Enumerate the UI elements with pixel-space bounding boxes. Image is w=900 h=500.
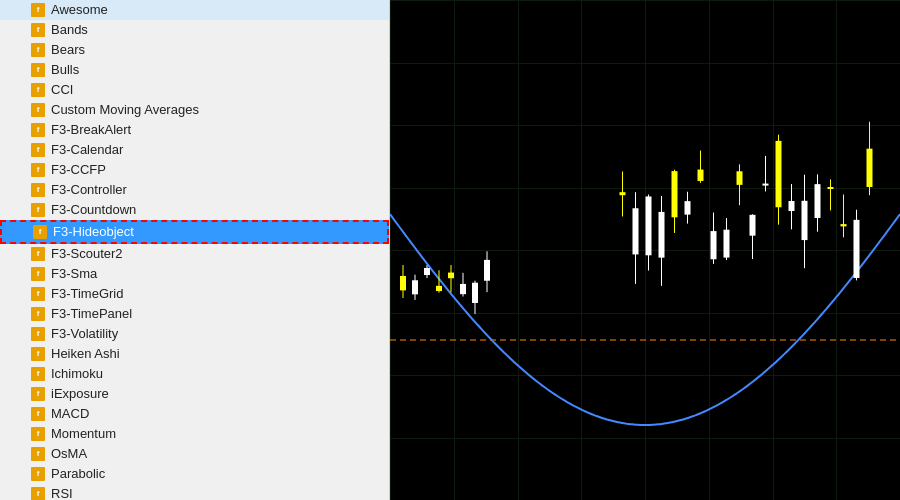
list-item[interactable]: fIchimoku bbox=[0, 364, 389, 384]
list-item-label: F3-BreakAlert bbox=[51, 121, 131, 139]
indicator-icon: f bbox=[30, 246, 46, 262]
indicator-icon: f bbox=[30, 82, 46, 98]
list-item[interactable]: fF3-Countdown bbox=[0, 200, 389, 220]
indicator-icon: f bbox=[30, 2, 46, 18]
list-item-label: Awesome bbox=[51, 1, 108, 19]
list-item-label: Heiken Ashi bbox=[51, 345, 120, 363]
indicator-icon: f bbox=[30, 286, 46, 302]
list-item-label: F3-Calendar bbox=[51, 141, 123, 159]
list-item-label: F3-Controller bbox=[51, 181, 127, 199]
list-item[interactable]: fAwesome bbox=[0, 0, 389, 20]
list-item-label: F3-TimeGrid bbox=[51, 285, 123, 303]
indicator-icon: f bbox=[30, 426, 46, 442]
list-item[interactable]: fF3-Volatility bbox=[0, 324, 389, 344]
indicator-icon: f bbox=[30, 182, 46, 198]
list-item-label: Custom Moving Averages bbox=[51, 101, 199, 119]
list-item[interactable]: fHeiken Ashi bbox=[0, 344, 389, 364]
indicator-icon: f bbox=[30, 346, 46, 362]
indicator-icon: f bbox=[30, 486, 46, 500]
indicator-icon: f bbox=[30, 42, 46, 58]
list-item-label: Bears bbox=[51, 41, 85, 59]
list-item-label: Bulls bbox=[51, 61, 79, 79]
indicator-icon: f bbox=[30, 142, 46, 158]
list-item[interactable]: fF3-Hideobject bbox=[0, 220, 389, 244]
list-item-label: F3-TimePanel bbox=[51, 305, 132, 323]
list-item-label: F3-Scouter2 bbox=[51, 245, 123, 263]
indicator-icon: f bbox=[30, 62, 46, 78]
list-item-label: Ichimoku bbox=[51, 365, 103, 383]
list-item[interactable]: fF3-Calendar bbox=[0, 140, 389, 160]
list-item[interactable]: fF3-TimePanel bbox=[0, 304, 389, 324]
indicator-icon: f bbox=[30, 466, 46, 482]
indicator-icon: f bbox=[30, 162, 46, 178]
list-item[interactable]: fF3-Sma bbox=[0, 264, 389, 284]
indicator-icon: f bbox=[30, 306, 46, 322]
list-item[interactable]: fBears bbox=[0, 40, 389, 60]
list-item[interactable]: fCustom Moving Averages bbox=[0, 100, 389, 120]
list-item-label: OsMA bbox=[51, 445, 87, 463]
indicator-icon: f bbox=[30, 446, 46, 462]
indicator-icon: f bbox=[30, 326, 46, 342]
list-item[interactable]: fCCI bbox=[0, 80, 389, 100]
list-item-label: RSI bbox=[51, 485, 73, 500]
list-item[interactable]: fiExposure bbox=[0, 384, 389, 404]
list-item[interactable]: fF3-TimeGrid bbox=[0, 284, 389, 304]
list-item[interactable]: fRSI bbox=[0, 484, 389, 500]
list-item-label: F3-Sma bbox=[51, 265, 97, 283]
list-item[interactable]: fMACD bbox=[0, 404, 389, 424]
chart-canvas bbox=[390, 0, 900, 500]
list-item-label: iExposure bbox=[51, 385, 109, 403]
list-item-label: MACD bbox=[51, 405, 89, 423]
indicator-icon: f bbox=[30, 406, 46, 422]
indicator-icon: f bbox=[32, 224, 48, 240]
indicator-icon: f bbox=[30, 366, 46, 382]
list-item-label: Parabolic bbox=[51, 465, 105, 483]
indicator-icon: f bbox=[30, 386, 46, 402]
list-item[interactable]: fF3-BreakAlert bbox=[0, 120, 389, 140]
indicator-icon: f bbox=[30, 122, 46, 138]
list-item[interactable]: fMomentum bbox=[0, 424, 389, 444]
list-item-label: F3-Hideobject bbox=[53, 223, 134, 241]
indicator-icon: f bbox=[30, 202, 46, 218]
list-item-label: F3-Countdown bbox=[51, 201, 136, 219]
list-item-label: Bands bbox=[51, 21, 88, 39]
indicator-icon: f bbox=[30, 266, 46, 282]
indicator-icon: f bbox=[30, 102, 46, 118]
indicator-sidebar[interactable]: fAwesomefBandsfBearsfBullsfCCIfCustom Mo… bbox=[0, 0, 390, 500]
list-item[interactable]: fBands bbox=[0, 20, 389, 40]
list-item-label: F3-CCFP bbox=[51, 161, 106, 179]
list-item[interactable]: fBulls bbox=[0, 60, 389, 80]
list-item[interactable]: fF3-CCFP bbox=[0, 160, 389, 180]
list-item-label: Momentum bbox=[51, 425, 116, 443]
indicator-icon: f bbox=[30, 22, 46, 38]
list-item[interactable]: fParabolic bbox=[0, 464, 389, 484]
chart-area bbox=[390, 0, 900, 500]
list-item-label: F3-Volatility bbox=[51, 325, 118, 343]
list-item[interactable]: fOsMA bbox=[0, 444, 389, 464]
list-item[interactable]: fF3-Scouter2 bbox=[0, 244, 389, 264]
list-item-label: CCI bbox=[51, 81, 73, 99]
list-item[interactable]: fF3-Controller bbox=[0, 180, 389, 200]
